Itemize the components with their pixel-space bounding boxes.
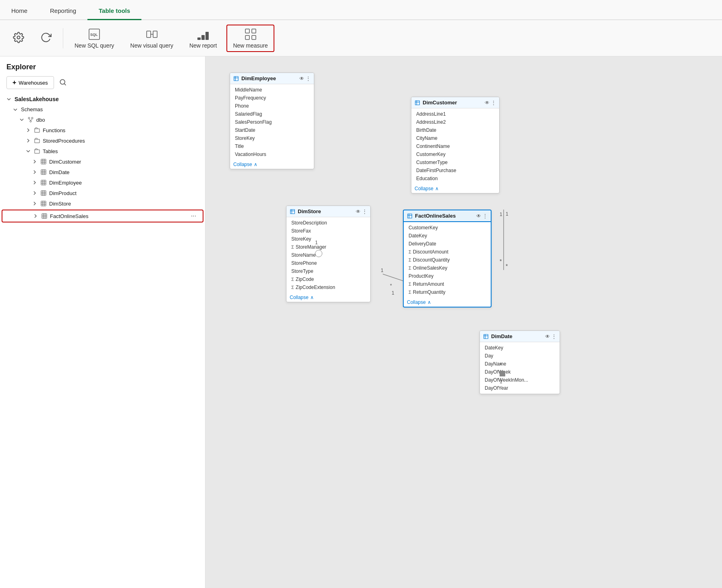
more-icon[interactable]: ⋮: [483, 213, 488, 219]
svg-point-13: [60, 79, 65, 84]
tree-item-dimcustomer[interactable]: DimCustomer: [0, 156, 205, 167]
connector-arrow-down: [500, 371, 505, 376]
tree-item-dbo[interactable]: dbo: [0, 114, 205, 125]
visual-query-icon: [145, 28, 158, 41]
factonlinesales-collapse[interactable]: Collapse ∧: [404, 298, 491, 307]
tree-item-dimemployee[interactable]: DimEmployee: [0, 177, 205, 188]
dimstore-collapse[interactable]: Collapse ∧: [286, 293, 370, 302]
more-icon[interactable]: ⋮: [491, 100, 496, 106]
search-button[interactable]: [57, 77, 68, 89]
collapse-label: Collapse: [407, 299, 426, 305]
dimdate-label: DimDate: [49, 169, 70, 175]
schema-icon: [27, 116, 34, 123]
eye-icon[interactable]: 👁: [299, 76, 304, 81]
table-icon: [41, 213, 48, 219]
canvas[interactable]: 1 * 1 * 1 * 1 DimEm: [205, 56, 722, 588]
tree-item-saleslakehouse[interactable]: SalesLakehouse: [0, 94, 205, 104]
factonlinesales-fields: CustomerKey DateKey DeliveryDate ΣDiscou…: [404, 222, 491, 298]
field-addressline2: AddressLine2: [411, 118, 499, 126]
tree: SalesLakehouse Schemas: [0, 94, 205, 222]
table-card-dimcustomer[interactable]: DimCustomer 👁 ⋮ AddressLine1 AddressLine…: [411, 97, 500, 193]
more-icon[interactable]: ⋮: [306, 76, 311, 81]
tree-item-tables[interactable]: Tables: [0, 146, 205, 156]
refresh-button[interactable]: [34, 29, 58, 47]
tree-item-dimdate[interactable]: DimDate: [0, 167, 205, 177]
chevron-right-icon: [32, 170, 38, 175]
more-options-button[interactable]: ···: [191, 212, 196, 220]
new-visual-query-button[interactable]: New visual query: [124, 25, 180, 52]
table-icon: [483, 334, 489, 339]
svg-rect-30: [41, 180, 46, 185]
field-dayname: DayName: [480, 360, 560, 368]
table-card-dimstore[interactable]: DimStore 👁 ⋮ StoreDescription StoreFax S…: [286, 206, 371, 302]
tree-item-dimstore[interactable]: DimStore: [0, 198, 205, 209]
svg-text:*: *: [506, 263, 508, 269]
chevron-right-icon: [26, 138, 31, 143]
chevron-right-icon: [32, 180, 38, 185]
dimcustomer-fields: AddressLine1 AddressLine2 BirthDate City…: [411, 108, 499, 184]
tab-tabletools[interactable]: Table tools: [87, 2, 141, 20]
table-icon: [290, 209, 295, 214]
tab-home[interactable]: Home: [0, 2, 39, 20]
eye-icon[interactable]: 👁: [476, 213, 481, 219]
field-day: Day: [480, 352, 560, 360]
table-card-factonlinesales[interactable]: FactOnlineSales 👁 ⋮ CustomerKey DateKey …: [403, 210, 492, 308]
svg-rect-10: [252, 29, 256, 33]
add-warehouses-button[interactable]: + Warehouses: [6, 76, 54, 89]
tree-item-functions[interactable]: Functions: [0, 125, 205, 135]
dimemployee-card-title: DimEmployee: [241, 75, 276, 81]
chevron-up-icon: ∧: [435, 186, 439, 191]
svg-rect-12: [252, 35, 256, 39]
svg-rect-7: [201, 35, 205, 40]
field-middlename: MiddleName: [230, 86, 314, 94]
field-education: Education: [411, 175, 499, 183]
new-measure-button[interactable]: New measure: [226, 25, 274, 52]
eye-icon[interactable]: 👁: [356, 209, 361, 214]
connector-label-1: 1: [315, 240, 318, 245]
folder-icon: [34, 127, 40, 133]
table-card-dimemployee-header: DimEmployee 👁 ⋮: [230, 73, 314, 84]
card-icons: 👁 ⋮: [476, 213, 488, 219]
field-title: Title: [230, 142, 314, 150]
search-icon: [59, 78, 67, 86]
svg-rect-40: [41, 201, 46, 206]
table-card-dimdate[interactable]: DimDate 👁 ⋮ DateKey Day DayName DayOfWee…: [479, 330, 560, 394]
report-icon: [197, 28, 210, 41]
more-icon[interactable]: ⋮: [362, 209, 367, 214]
tab-reporting[interactable]: Reporting: [39, 2, 87, 20]
storedprocedures-label: StoredProcedures: [43, 138, 85, 144]
field-dayofweek: DayOfWeek: [480, 368, 560, 376]
collapse-label: Collapse: [415, 186, 434, 191]
eye-icon[interactable]: 👁: [485, 100, 490, 106]
tree-item-storedprocedures[interactable]: StoredProcedures: [0, 135, 205, 146]
tables-label: Tables: [43, 148, 58, 154]
eye-icon[interactable]: 👁: [545, 334, 550, 339]
chevron-right-icon: [32, 191, 38, 195]
more-icon[interactable]: ⋮: [552, 334, 556, 339]
tree-item-schemas[interactable]: Schemas: [0, 104, 205, 114]
svg-rect-4: [153, 31, 157, 37]
new-report-button[interactable]: New report: [183, 25, 223, 52]
table-card-dimemployee[interactable]: DimEmployee 👁 ⋮ MiddleName PayFrequency …: [230, 73, 314, 169]
new-visual-query-label: New visual query: [130, 42, 173, 49]
tree-item-factonlinesales[interactable]: FactOnlineSales ···: [2, 210, 203, 222]
toolbar: SQL New SQL query New visual query New r…: [0, 20, 722, 56]
field-customerkey: CustomerKey: [411, 150, 499, 158]
field-storedescription: StoreDescription: [286, 219, 370, 227]
settings-button[interactable]: [6, 29, 31, 47]
dimcustomer-collapse[interactable]: Collapse ∧: [411, 184, 499, 193]
field-phone: Phone: [230, 102, 314, 110]
folder-icon: [34, 137, 40, 144]
field-datekey: DateKey: [404, 232, 491, 240]
dimemployee-collapse[interactable]: Collapse ∧: [230, 160, 314, 169]
new-sql-query-button[interactable]: SQL New SQL query: [68, 25, 120, 52]
top-tabs: Home Reporting Table tools: [0, 0, 722, 20]
sigma-icon: Σ: [409, 249, 411, 254]
field-productkey: ProductKey: [404, 272, 491, 280]
collapse-label: Collapse: [233, 162, 252, 167]
field-returnamount: ΣReturnAmount: [404, 280, 491, 288]
field-zipcode: ΣZipCode: [286, 275, 370, 283]
sigma-icon: Σ: [291, 277, 294, 282]
table-card-dimdate-header: DimDate 👁 ⋮: [480, 331, 560, 342]
tree-item-dimproduct[interactable]: DimProduct: [0, 188, 205, 198]
